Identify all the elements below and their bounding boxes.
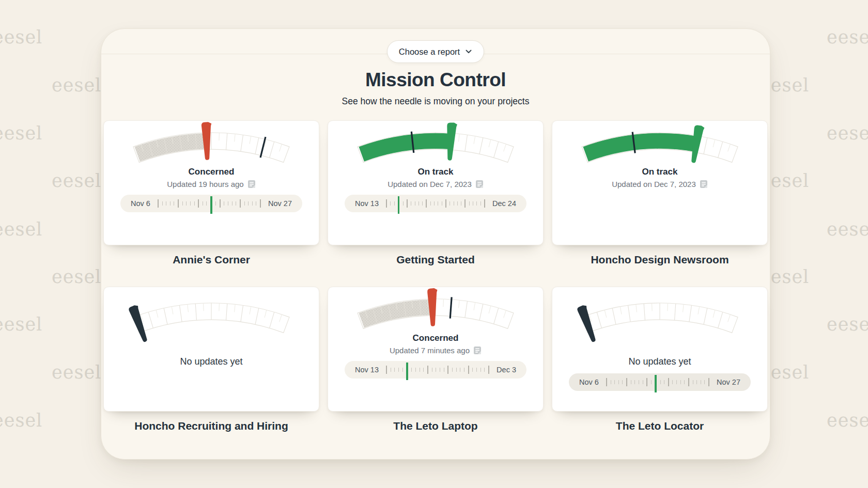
- timeline-tick: [461, 201, 461, 206]
- timeline-tick: [194, 201, 195, 206]
- timeline-tick: [672, 380, 673, 384]
- report-card[interactable]: ConcernedUpdated 7 minutes agoNov 13Dec …: [328, 287, 544, 412]
- timeline-tick: [481, 368, 481, 372]
- timeline-tick: [252, 201, 253, 206]
- timeline-tick: [170, 201, 171, 206]
- timeline: Nov 13Dec 3: [345, 361, 526, 379]
- timeline-tick: [684, 380, 685, 384]
- timeline-tick: [646, 378, 647, 386]
- timeline-tick: [606, 378, 607, 386]
- timeline-tick: [445, 199, 446, 208]
- report-cell: ConcernedUpdated 19 hours agoNov 6Nov 27…: [103, 120, 319, 278]
- timeline-tick: [622, 380, 623, 384]
- watermark-text: eesel: [52, 170, 101, 191]
- timeline-tick: [618, 380, 619, 384]
- report-title: The Leto Laptop: [393, 420, 477, 432]
- timeline-tick: [626, 378, 627, 386]
- choose-report-dropdown[interactable]: Choose a report: [387, 40, 484, 63]
- timeline-tick: [452, 368, 453, 372]
- timeline-tick: [447, 366, 448, 374]
- updated-line: Updated on Dec 7, 2023: [612, 180, 708, 188]
- report-card[interactable]: ConcernedUpdated 19 hours agoNov 6Nov 27: [103, 120, 319, 245]
- timeline-tick: [432, 368, 432, 372]
- status-label: Concerned: [189, 166, 235, 178]
- timeline-tick: [450, 201, 450, 206]
- watermark-text: eesel: [827, 314, 868, 335]
- timeline-tick: [411, 368, 412, 372]
- timeline-tick: [639, 380, 639, 384]
- timeline-tick: [484, 368, 485, 372]
- timeline-tick: [457, 201, 458, 206]
- timeline-tick: [198, 199, 199, 208]
- report-title: Getting Started: [396, 254, 475, 266]
- watermark-text: eesel: [0, 123, 42, 144]
- watermark-text: eesel: [827, 27, 868, 48]
- timeline-tick: [643, 380, 643, 384]
- timeline-tick: [614, 380, 615, 384]
- timeline-tick: [419, 201, 419, 206]
- timeline-tick: [704, 380, 705, 384]
- timeline-tick: [484, 199, 485, 208]
- timeline-tick: [442, 201, 442, 206]
- timeline-tick: [631, 380, 631, 384]
- updated-text: Updated 19 hours ago: [167, 180, 243, 188]
- timeline-tick: [422, 201, 423, 206]
- watermark-text: eesel: [0, 314, 42, 335]
- page-background: eeseleeseleeseleeseleeseleeseleeseleesel…: [0, 0, 868, 488]
- report-cell: ConcernedUpdated 7 minutes agoNov 13Dec …: [328, 287, 544, 445]
- update-note-icon[interactable]: [475, 180, 484, 188]
- mission-control-panel: Choose a report Mission Control See how …: [101, 28, 770, 460]
- report-card[interactable]: No updates yet: [103, 287, 319, 412]
- timeline-tick: [394, 368, 395, 372]
- timeline-ruler: [386, 361, 489, 379]
- updated-text: Updated on Dec 7, 2023: [612, 180, 696, 188]
- status-label: On track: [642, 166, 678, 178]
- timeline-tick: [456, 368, 457, 372]
- timeline-tick: [402, 368, 403, 372]
- updated-line: Updated 7 minutes ago: [390, 346, 482, 355]
- timeline-tick: [220, 199, 221, 208]
- status-label: No updates yet: [180, 356, 242, 367]
- timeline-tick: [701, 380, 701, 384]
- watermark-text: eesel: [827, 219, 868, 240]
- report-card[interactable]: No updates yetNov 6Nov 27: [552, 287, 768, 412]
- timeline-tick: [228, 201, 228, 206]
- timeline-tick: [190, 201, 191, 206]
- report-title: Honcho Recruiting and Hiring: [134, 420, 288, 432]
- timeline-tick: [240, 199, 241, 208]
- timeline-tick: [260, 199, 261, 208]
- timeline-ruler: [386, 195, 485, 212]
- report-card[interactable]: On trackUpdated on Dec 7, 2023Nov 13Dec …: [328, 120, 544, 245]
- timeline-tick: [423, 368, 424, 372]
- update-note-icon[interactable]: [473, 346, 482, 355]
- timeline-tick: [215, 201, 216, 206]
- timeline-tick: [708, 378, 709, 386]
- timeline-tick: [481, 201, 481, 206]
- timeline-progress-marker: [398, 196, 400, 214]
- updated-line: Updated 19 hours ago: [167, 180, 255, 188]
- timeline-tick: [676, 380, 677, 384]
- report-card[interactable]: On trackUpdated on Dec 7, 2023: [552, 120, 768, 245]
- update-note-icon[interactable]: [247, 180, 256, 188]
- status-gauge: [564, 297, 755, 352]
- timeline-tick: [473, 201, 473, 206]
- timeline-tick: [256, 201, 256, 206]
- timeline-tick: [668, 378, 669, 386]
- timeline-start-date: Nov 13: [355, 199, 379, 208]
- timeline-start-date: Nov 6: [131, 199, 150, 208]
- timeline-ruler: [606, 373, 709, 391]
- timeline-tick: [476, 201, 477, 206]
- report-cell: On trackUpdated on Dec 7, 2023Nov 13Dec …: [328, 120, 544, 278]
- timeline-tick: [468, 366, 469, 374]
- update-note-icon[interactable]: [700, 180, 708, 188]
- report-cell: No updates yetNov 6Nov 27The Leto Locato…: [552, 287, 768, 445]
- timeline-tick: [206, 201, 207, 206]
- timeline-tick: [664, 380, 664, 384]
- timeline: Nov 6Nov 27: [120, 195, 302, 212]
- timeline-tick: [394, 201, 395, 206]
- watermark-text: eesel: [0, 219, 42, 240]
- report-title: Annie's Corner: [173, 254, 250, 266]
- chevron-down-icon: [465, 48, 472, 55]
- timeline-tick: [420, 368, 420, 372]
- report-title: Honcho Design Newsroom: [591, 254, 729, 266]
